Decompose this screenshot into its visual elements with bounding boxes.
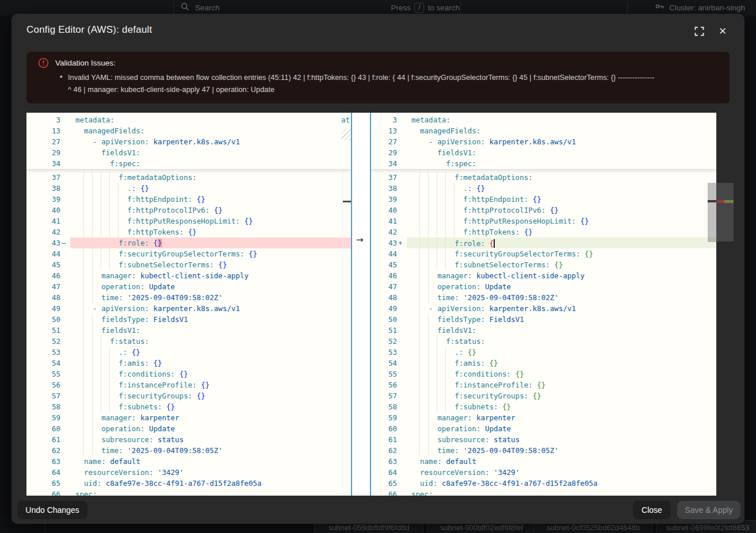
code-line[interactable]: 59 manager: karpenter	[371, 412, 716, 423]
code-line[interactable]: 58 f:subnets: {}	[371, 401, 716, 412]
line-number: 13	[26, 125, 70, 136]
code-line[interactable]: 64 resourceVersion: '3429'	[26, 467, 351, 478]
scrollbar-thumb[interactable]	[708, 183, 716, 242]
code-line[interactable]: 66spec:	[26, 489, 351, 496]
line-number: 3	[371, 114, 407, 125]
code-line[interactable]: 50 fieldsType: FieldsV1	[371, 314, 716, 325]
code-line[interactable]: 58 f:subnets: {}	[26, 401, 351, 412]
code-line[interactable]: 60 operation: Update	[26, 423, 351, 434]
code-line[interactable]: 37 f:metadataOptions:	[371, 172, 716, 183]
code-line[interactable]: 47 operation: Update	[26, 281, 351, 292]
code-line[interactable]: 45 f:subnetSelectorTerms: {}	[371, 259, 716, 270]
code-line[interactable]: 29 fieldsV1:	[371, 147, 716, 158]
code-line[interactable]: 52 f:status:	[371, 336, 716, 347]
code-line[interactable]: 50 fieldsType: FieldsV1	[26, 314, 351, 325]
clipped-text-fragment: at	[341, 116, 350, 124]
code-line[interactable]: 56 f:instanceProfile: {}	[371, 379, 716, 390]
close-icon[interactable]: ✕	[716, 24, 730, 38]
code-line[interactable]: 37 f:metadataOptions:	[26, 172, 351, 183]
code-line[interactable]: 51 fieldsV1:	[371, 325, 716, 336]
code-line[interactable]: 54 f:amis: {}	[371, 358, 716, 369]
code-line[interactable]: 53 .: {}	[26, 347, 351, 358]
screen: Search Press / to search Cluster: anirba…	[0, 0, 756, 533]
code-line[interactable]: 3metadata:	[26, 114, 351, 125]
line-number: 47	[371, 281, 407, 292]
code-line[interactable]: 57 f:securityGroups: {}	[371, 390, 716, 401]
undo-changes-button[interactable]: Undo Changes	[17, 501, 87, 519]
code-line[interactable]: 44 f:securityGroupSelectorTerms: {}	[371, 248, 716, 259]
code-line[interactable]: 63 name: default	[371, 456, 716, 467]
line-number: 44	[371, 248, 407, 259]
code-line[interactable]: 29 fieldsV1:	[26, 147, 351, 158]
code-line[interactable]: 57 f:securityGroups: {}	[26, 390, 351, 401]
line-number: 29	[371, 147, 407, 158]
line-number: 61	[26, 434, 70, 445]
code-line[interactable]: 65 uid: c8afe97e-38cc-4f91-a767-d15f2a8f…	[371, 478, 716, 489]
code-line[interactable]: 13 managedFields:	[371, 125, 716, 136]
code-line[interactable]: 43− f:role: {}	[26, 237, 351, 248]
code-line[interactable]: 64 resourceVersion: '3429'	[371, 467, 716, 478]
diff-overview-ruler[interactable]	[716, 113, 734, 496]
code-line[interactable]: 45 f:subnetSelectorTerms: {}	[26, 259, 351, 270]
diff-splitter-sash[interactable]: →	[351, 113, 371, 496]
line-number: 46	[371, 270, 407, 281]
code-line[interactable]: 53 .: {}	[371, 347, 716, 358]
code-line[interactable]: 65 uid: c8afe97e-38cc-4f91-a767-d15f2a8f…	[26, 478, 351, 489]
save-apply-button[interactable]: Save & Apply	[677, 501, 740, 519]
code-line[interactable]: 51 fieldsV1:	[26, 325, 351, 336]
code-line[interactable]: 43+ f:role: {	[371, 237, 716, 248]
code-line[interactable]: 46 manager: kubectl-client-side-apply	[26, 270, 351, 281]
code-line[interactable]: 59 manager: karpenter	[26, 412, 351, 423]
code-line[interactable]: 39 f:httpEndpoint: {}	[371, 194, 716, 205]
code-line[interactable]: 39 f:httpEndpoint: {}	[26, 194, 351, 205]
modified-editor[interactable]: 3metadata:13 managedFields:27 - apiVersi…	[371, 113, 716, 496]
original-editor[interactable]: at 3metadata:13 managedFields:27 - apiVe…	[26, 113, 351, 496]
code-line[interactable]: 40 f:httpProtocolIPv6: {}	[371, 205, 716, 216]
code-line[interactable]: 62 time: '2025-09-04T09:58:05Z'	[26, 445, 351, 456]
code-line[interactable]: 40 f:httpProtocolIPv6: {}	[26, 205, 351, 216]
code-line[interactable]: 48 time: '2025-09-04T09:58:02Z'	[371, 292, 716, 303]
code-line[interactable]: 27 - apiVersion: karpenter.k8s.aws/v1	[371, 136, 716, 147]
code-line[interactable]: 27 - apiVersion: karpenter.k8s.aws/v1	[26, 136, 351, 147]
code-line[interactable]: 42 f:httpTokens: {}	[371, 227, 716, 237]
code-line[interactable]: 54 f:amis: {}	[26, 358, 351, 369]
code-line[interactable]: 66spec:	[371, 489, 716, 496]
code-line[interactable]: 49 - apiVersion: karpenter.k8s.aws/v1	[371, 303, 716, 314]
code-line[interactable]: 13 managedFields:	[26, 125, 351, 136]
code-line[interactable]: 41 f:httpPutResponseHopLimit: {}	[371, 216, 716, 227]
close-button[interactable]: Close	[633, 501, 671, 519]
code-line[interactable]: 34 f:spec:	[26, 158, 351, 169]
code-line[interactable]: 44 f:securityGroupSelectorTerms: {}	[26, 248, 351, 259]
code-line[interactable]: 62 time: '2025-09-04T09:58:05Z'	[371, 445, 716, 456]
code-line[interactable]: 48 time: '2025-09-04T09:58:02Z'	[26, 292, 351, 303]
code-line[interactable]: 38 .: {}	[371, 183, 716, 194]
code-line[interactable]: 55 f:conditions: {}	[371, 369, 716, 379]
code-line[interactable]: 47 operation: Update	[371, 281, 716, 292]
code-line[interactable]: 34 f:spec:	[371, 158, 716, 169]
code-line[interactable]: 49 - apiVersion: karpenter.k8s.aws/v1	[26, 303, 351, 314]
line-number: 40	[26, 205, 70, 216]
line-number: 43−	[26, 237, 70, 248]
line-number: 3	[26, 114, 70, 125]
code-line[interactable]: 52 f:status:	[26, 336, 351, 347]
code-line[interactable]: 3metadata:	[371, 114, 716, 125]
line-number: 45	[26, 259, 70, 270]
line-number: 51	[26, 325, 70, 336]
code-line[interactable]: 61 subresource: status	[371, 434, 716, 445]
line-number: 58	[371, 401, 407, 412]
code-line[interactable]: 63 name: default	[26, 456, 351, 467]
code-line[interactable]: 55 f:conditions: {}	[26, 369, 351, 379]
code-line[interactable]: 46 manager: kubectl-client-side-apply	[371, 270, 716, 281]
fullscreen-button[interactable]	[692, 24, 706, 38]
code-line[interactable]: 42 f:httpTokens: {}	[26, 227, 351, 237]
code-line[interactable]: 56 f:instanceProfile: {}	[26, 379, 351, 390]
code-line[interactable]: 60 operation: Update	[371, 423, 716, 434]
code-line[interactable]: 41 f:httpPutResponseHopLimit: {}	[26, 216, 351, 227]
line-number: 53	[371, 347, 407, 358]
line-number: 65	[26, 478, 70, 489]
revert-change-arrow-button[interactable]: →	[356, 235, 364, 245]
line-number: 42	[26, 227, 70, 237]
line-number: 56	[371, 379, 407, 390]
code-line[interactable]: 61 subresource: status	[26, 434, 351, 445]
code-line[interactable]: 38 .: {}	[26, 183, 351, 194]
